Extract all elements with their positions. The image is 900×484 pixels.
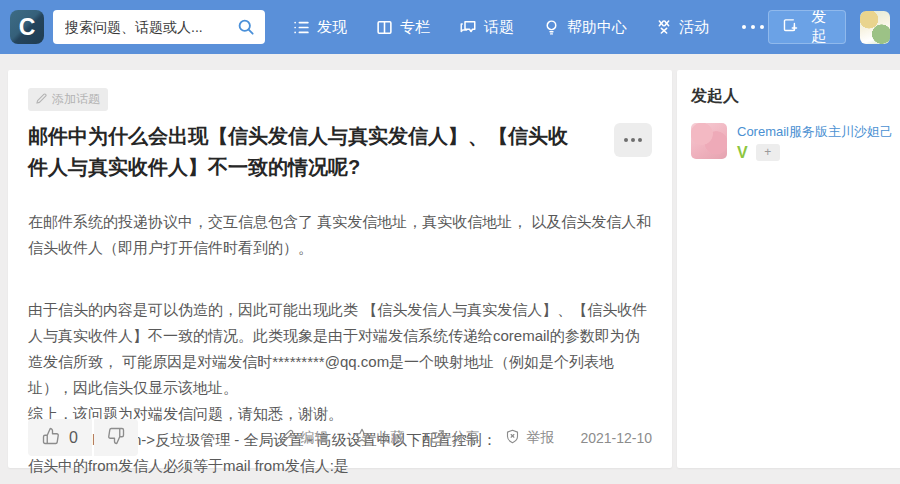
add-topic-label: 添加话题 (52, 91, 100, 108)
post-date: 2021-12-10 (580, 430, 652, 446)
user-avatar[interactable] (860, 11, 890, 44)
dot (751, 25, 755, 29)
nav-label: 专栏 (400, 18, 430, 37)
shield-x-icon (505, 429, 520, 447)
post-paragraph: 由于信头的内容是可以伪造的，因此可能出现此类 【信头发信人与真实发信人】、【信头… (28, 297, 652, 401)
dot (742, 25, 746, 29)
nav-label: 帮助中心 (567, 18, 627, 37)
report-button[interactable]: 举报 (505, 429, 554, 447)
author-row: Coremail服务版主川沙妲己 V + (691, 123, 893, 161)
activity-icon (656, 19, 672, 35)
dot (631, 138, 635, 142)
share-label: 分享 (451, 429, 479, 447)
nav-item-topics[interactable]: 话题 (459, 18, 514, 37)
main-nav: 发现 专栏 话题 帮助中 (293, 18, 768, 37)
favorite-label: 收藏 (376, 429, 404, 447)
create-post-button[interactable]: 发起 (768, 10, 846, 44)
post-more-button[interactable] (614, 123, 652, 157)
plus-square-icon (782, 17, 799, 37)
author-avatar[interactable] (691, 123, 727, 159)
author-badges: V + (737, 144, 893, 161)
vote-group: 0 (28, 419, 138, 456)
logo-letter: C (19, 14, 36, 41)
nav-item-discover[interactable]: 发现 (293, 18, 347, 37)
author-info: Coremail服务版主川沙妲己 V + (737, 123, 893, 161)
nav-item-columns[interactable]: 专栏 (376, 18, 430, 37)
favorite-button[interactable]: 收藏 (354, 428, 404, 447)
post-title-row: 邮件中为什么会出现【信头发信人与真实发信人】、【信头收件人与真实收件人】不一致的… (28, 121, 652, 183)
star-icon (354, 428, 370, 447)
nav-item-activities[interactable]: 活动 (656, 18, 709, 37)
list-icon (293, 19, 310, 36)
lightbulb-icon (543, 19, 560, 36)
post-paragraph: 在邮件系统的投递协议中，交互信息包含了 真实发信地址，真实收信地址， 以及信头发… (28, 209, 652, 261)
post-title: 邮件中为什么会出现【信头发信人与真实发信人】、【信头收件人与真实收件人】不一致的… (28, 121, 614, 183)
nav-label: 话题 (484, 18, 514, 37)
dot (760, 25, 764, 29)
coremail-logo[interactable]: C (10, 10, 44, 44)
share-icon (430, 429, 445, 447)
author-card-title: 发起人 (691, 86, 893, 107)
share-button[interactable]: 分享 (430, 429, 479, 447)
search-icon[interactable] (236, 17, 256, 41)
upvote-count: 0 (69, 429, 78, 447)
edit-label: 编辑 (300, 429, 328, 447)
nav-label: 发现 (317, 18, 347, 37)
columns-icon (376, 19, 393, 36)
dot (638, 138, 642, 142)
post-paragraph: 信头中的from发信人必须等于mail from发信人:是 (28, 453, 652, 479)
add-topic-badge[interactable]: 添加话题 (28, 88, 108, 111)
search-box (53, 10, 265, 44)
chat-bubbles-icon (459, 18, 477, 36)
edit-button[interactable]: 编辑 (279, 429, 328, 447)
create-post-label: 发起 (806, 8, 832, 46)
page-content: 添加话题 邮件中为什么会出现【信头发信人与真实发信人】、【信头收件人与真实收件人… (8, 70, 896, 468)
verified-badge: V (737, 145, 748, 161)
author-name-link[interactable]: Coremail服务版主川沙妲己 (737, 123, 893, 140)
nav-item-help-center[interactable]: 帮助中心 (543, 18, 627, 37)
thumbs-down-icon (107, 427, 125, 448)
top-navbar: C 发现 专栏 (0, 0, 900, 54)
nav-label: 活动 (679, 18, 709, 37)
upvote-button[interactable]: 0 (28, 419, 92, 456)
post-actions: 编辑 收藏 (279, 428, 652, 447)
pencil-icon (279, 429, 294, 447)
follow-button[interactable]: + (756, 144, 780, 161)
thumbs-up-icon (42, 427, 60, 448)
dot (624, 138, 628, 142)
author-card: 发起人 Coremail服务版主川沙妲己 V + (677, 70, 900, 468)
post-footer: 0 编辑 (28, 419, 652, 456)
search-input[interactable] (53, 10, 265, 44)
downvote-button[interactable] (94, 419, 138, 456)
post-card: 添加话题 邮件中为什么会出现【信头发信人与真实发信人】、【信头收件人与真实收件人… (8, 70, 672, 468)
report-label: 举报 (526, 429, 554, 447)
nav-more-menu[interactable] (738, 19, 768, 35)
pencil-icon (36, 93, 47, 107)
